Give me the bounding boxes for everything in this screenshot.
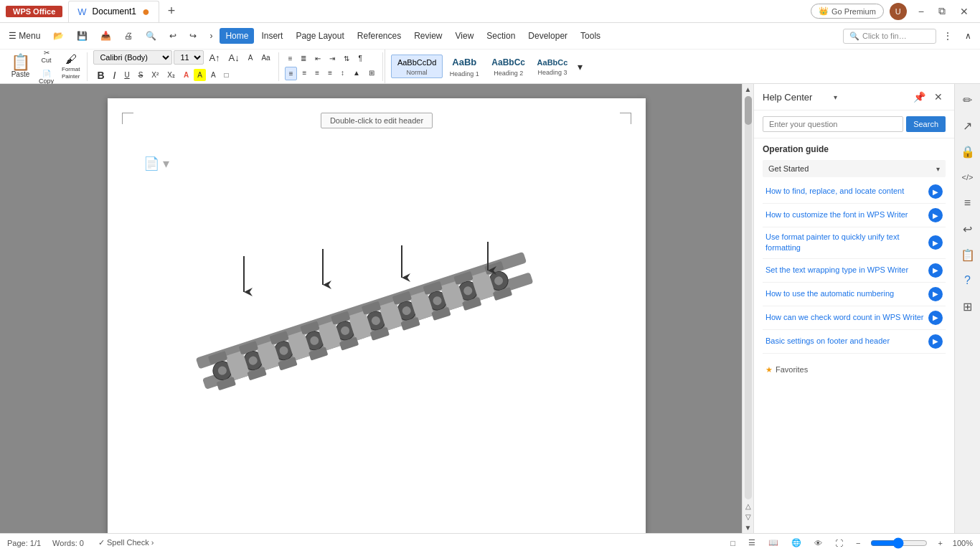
- outline-view-button[interactable]: ☰: [745, 537, 758, 549]
- tab-view[interactable]: View: [450, 28, 480, 44]
- scroll-track[interactable]: [745, 96, 752, 499]
- guide-item-4[interactable]: How to use the automatic numbering ▶: [763, 283, 946, 306]
- minimize-button[interactable]: −: [913, 3, 930, 20]
- help-panel-button[interactable]: ?: [958, 270, 978, 291]
- shading-button[interactable]: ▲: [349, 67, 364, 80]
- edit-mode-button[interactable]: ✏: [958, 90, 978, 110]
- font-color-button[interactable]: A: [180, 69, 192, 81]
- clipboard-panel-button[interactable]: 📋: [958, 245, 978, 265]
- document-page[interactable]: Double-click to edit header 📄 ▾: [108, 98, 646, 533]
- tab-developer[interactable]: Developer: [522, 28, 573, 44]
- doc-icon[interactable]: 📄 ▾: [143, 156, 169, 171]
- help-close-button[interactable]: ✕: [931, 90, 946, 104]
- document-tab[interactable]: W Document1 ●: [68, 1, 159, 22]
- text-bg-button[interactable]: A: [207, 69, 220, 81]
- help-pin-button[interactable]: 📌: [910, 90, 928, 104]
- bullets-button[interactable]: ≡: [285, 52, 296, 65]
- highlight-button[interactable]: A: [194, 69, 206, 81]
- scroll-next-page[interactable]: ▽: [744, 512, 753, 522]
- document-scroll[interactable]: Double-click to edit header 📄 ▾: [0, 84, 753, 533]
- scroll-up-button[interactable]: ▲: [743, 84, 753, 95]
- go-premium-button[interactable]: 👑 Go Premium: [811, 4, 884, 19]
- increase-indent-button[interactable]: ⇥: [326, 52, 339, 65]
- guide-item-0[interactable]: How to find, replace, and locate content…: [763, 180, 946, 204]
- help-search-input[interactable]: [763, 116, 903, 132]
- save-button[interactable]: 💾: [71, 28, 93, 44]
- undo-button[interactable]: ↩: [164, 28, 182, 44]
- format-painter-button[interactable]: 🖌 FormatPainter: [59, 52, 83, 81]
- spell-check-button[interactable]: ✓ Spell Check ›: [95, 537, 157, 549]
- increase-font-button[interactable]: A↑: [205, 50, 223, 65]
- text-box-button[interactable]: □: [221, 69, 232, 81]
- print-preview-button[interactable]: 🔍: [140, 28, 162, 44]
- toolbar-options-button[interactable]: ⋮: [938, 28, 958, 44]
- book-view-button[interactable]: 📖: [765, 537, 781, 549]
- style-heading2[interactable]: AaBbCc Heading 2: [486, 55, 531, 78]
- code-button[interactable]: </>: [958, 167, 978, 187]
- guide-item-5[interactable]: How can we check word count in WPS Write…: [763, 306, 946, 330]
- select-mode-button[interactable]: ↗: [958, 116, 978, 136]
- scroll-thumb[interactable]: [745, 96, 752, 125]
- help-search-button[interactable]: Search: [906, 116, 946, 132]
- lock-button[interactable]: 🔒: [958, 141, 978, 161]
- subscript-button[interactable]: X₂: [164, 69, 179, 81]
- show-paragraph-button[interactable]: ¶: [354, 52, 365, 65]
- tab-home[interactable]: Home: [220, 28, 254, 44]
- user-avatar[interactable]: U: [890, 3, 907, 20]
- zoom-in-button[interactable]: +: [935, 537, 945, 549]
- style-heading3[interactable]: AaBbCc Heading 3: [531, 55, 574, 78]
- font-case-button[interactable]: Aa: [258, 52, 273, 64]
- favorites-row[interactable]: ★ Favorites: [763, 359, 946, 380]
- guide-item-3[interactable]: Set the text wrapping type in WPS Writer…: [763, 259, 946, 283]
- justify-button[interactable]: ≡: [324, 67, 336, 80]
- superscript-button[interactable]: X²: [148, 69, 162, 81]
- new-tab-button[interactable]: +: [165, 4, 179, 19]
- paste-button[interactable]: 📋 Paste: [7, 52, 34, 80]
- page-view-button[interactable]: □: [727, 537, 738, 549]
- font-size-select[interactable]: 11: [174, 50, 204, 65]
- tab-review[interactable]: Review: [408, 28, 448, 44]
- decrease-font-button[interactable]: A↓: [225, 50, 243, 65]
- align-center-button[interactable]: ≡: [298, 67, 310, 80]
- style-normal[interactable]: AaBbCcDd Normal: [391, 55, 443, 79]
- more-styles-button[interactable]: ▾: [574, 59, 586, 75]
- clear-format-button[interactable]: A: [245, 52, 257, 64]
- tab-page-layout[interactable]: Page Layout: [290, 28, 349, 44]
- grid-button[interactable]: ⊞: [958, 296, 978, 316]
- border-button[interactable]: ⊞: [365, 67, 378, 80]
- focus-mode-button[interactable]: 👁: [811, 537, 825, 549]
- font-name-select[interactable]: Calibri (Body): [93, 50, 172, 65]
- vertical-scrollbar[interactable]: ▲ △ ▽ ▼: [742, 84, 753, 533]
- align-left-button[interactable]: ≡: [285, 67, 298, 80]
- scroll-down-button[interactable]: ▼: [743, 522, 753, 533]
- menu-button[interactable]: ☰ Menu: [3, 28, 46, 44]
- collapse-ribbon-button[interactable]: ∧: [959, 28, 977, 44]
- guide-item-6[interactable]: Basic settings on footer and header ▶: [763, 330, 946, 354]
- tab-insert[interactable]: Insert: [255, 28, 288, 44]
- more-button[interactable]: ›: [204, 28, 218, 44]
- guide-item-2[interactable]: Use format painter to quickly unify text…: [763, 227, 946, 259]
- tab-references[interactable]: References: [352, 28, 407, 44]
- guide-item-1[interactable]: How to customize the font in WPS Writer …: [763, 204, 946, 227]
- get-started-header[interactable]: Get Started ▾: [763, 160, 946, 177]
- bold-button[interactable]: B: [93, 67, 108, 83]
- align-right-button[interactable]: ≡: [311, 67, 323, 80]
- save-as-button[interactable]: 📥: [95, 28, 117, 44]
- nav-button[interactable]: ≡: [958, 193, 978, 213]
- wps-office-button[interactable]: WPS Office: [6, 6, 62, 17]
- scroll-prev-page[interactable]: △: [744, 501, 753, 512]
- find-button[interactable]: 🔍 Click to fin…: [843, 29, 936, 44]
- tab-tools[interactable]: Tools: [575, 28, 606, 44]
- redo-button[interactable]: ↪: [184, 28, 202, 44]
- header-area[interactable]: Double-click to edit header: [108, 113, 646, 128]
- line-spacing-button[interactable]: ↕: [337, 67, 348, 80]
- underline-button[interactable]: U: [121, 69, 133, 81]
- sort-button[interactable]: ⇅: [340, 52, 353, 65]
- open-file-button[interactable]: 📂: [47, 28, 70, 44]
- tab-section[interactable]: Section: [481, 28, 521, 44]
- italic-button[interactable]: I: [110, 67, 120, 83]
- close-button[interactable]: ✕: [954, 3, 974, 20]
- numbering-button[interactable]: ≣: [297, 52, 310, 65]
- print-button[interactable]: 🖨: [118, 28, 138, 44]
- zoom-out-button[interactable]: −: [853, 537, 863, 549]
